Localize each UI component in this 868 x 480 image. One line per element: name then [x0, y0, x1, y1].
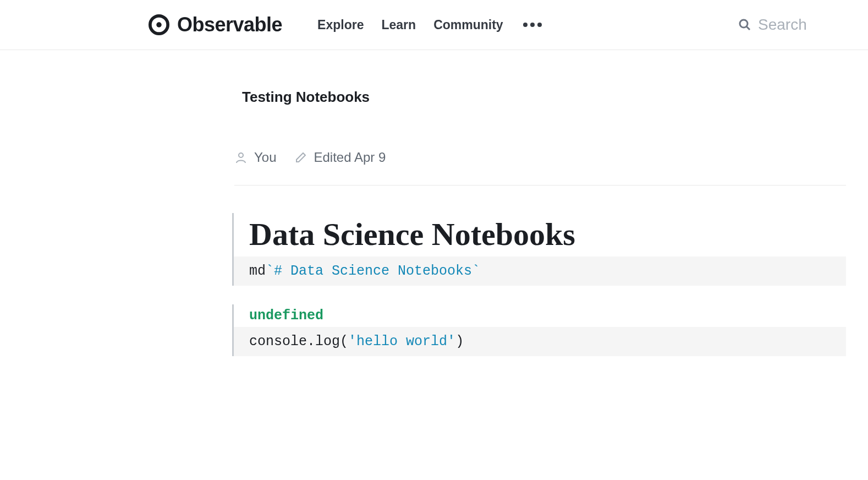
svg-point-1: [156, 22, 162, 28]
cell-output: undefined: [234, 304, 846, 327]
nav-community[interactable]: Community: [433, 18, 503, 32]
notebook-meta-row: You Edited Apr 9: [234, 150, 846, 186]
nav-learn[interactable]: Learn: [381, 18, 416, 32]
brand-logo[interactable]: Observable: [149, 13, 282, 36]
code-token: .: [307, 334, 315, 350]
code-token: log: [315, 334, 340, 350]
person-icon: [234, 151, 248, 164]
edited-label: Edited Apr 9: [314, 150, 386, 165]
svg-point-4: [239, 153, 243, 157]
search-input[interactable]: [758, 16, 835, 34]
nav-more-menu[interactable]: [521, 20, 544, 29]
code-token: console: [249, 334, 307, 350]
main-content: Testing Notebooks You Edited Apr 9 Data …: [0, 50, 868, 356]
author-label: You: [254, 150, 277, 165]
svg-point-2: [740, 20, 748, 28]
code-token: # Data Science Notebooks: [274, 263, 472, 279]
nav-explore[interactable]: Explore: [317, 18, 364, 32]
observable-logo-icon: [149, 14, 169, 35]
collection-breadcrumb[interactable]: Testing Notebooks: [242, 89, 846, 106]
dot-icon: [537, 23, 542, 27]
top-header: Observable Explore Learn Community: [0, 0, 868, 50]
edited-meta[interactable]: Edited Apr 9: [294, 150, 386, 165]
markdown-heading: Data Science Notebooks: [249, 216, 846, 253]
code-token: 'hello world': [348, 334, 455, 350]
code-token: `: [472, 263, 480, 279]
code-token: `: [266, 263, 274, 279]
dot-icon: [530, 23, 535, 27]
undefined-output: undefined: [249, 308, 323, 324]
cell-code-editor[interactable]: console.log('hello world'): [234, 327, 846, 356]
cell-output: Data Science Notebooks: [234, 213, 846, 257]
notebook-cell[interactable]: undefined console.log('hello world'): [232, 304, 846, 356]
code-token: md: [249, 263, 266, 279]
notebook-cell[interactable]: Data Science Notebooks md`# Data Science…: [232, 213, 846, 286]
dot-icon: [523, 23, 528, 27]
cell-code-editor[interactable]: md`# Data Science Notebooks`: [234, 257, 846, 286]
pencil-icon: [294, 151, 307, 164]
svg-line-3: [746, 26, 750, 30]
primary-nav: Explore Learn Community: [317, 18, 544, 32]
search-icon: [738, 18, 751, 31]
search-group[interactable]: [738, 16, 835, 34]
code-token: ): [455, 334, 464, 350]
code-token: (: [340, 334, 348, 350]
author-meta[interactable]: You: [234, 150, 277, 165]
notebook-cells: Data Science Notebooks md`# Data Science…: [232, 213, 846, 356]
brand-name: Observable: [177, 13, 282, 36]
